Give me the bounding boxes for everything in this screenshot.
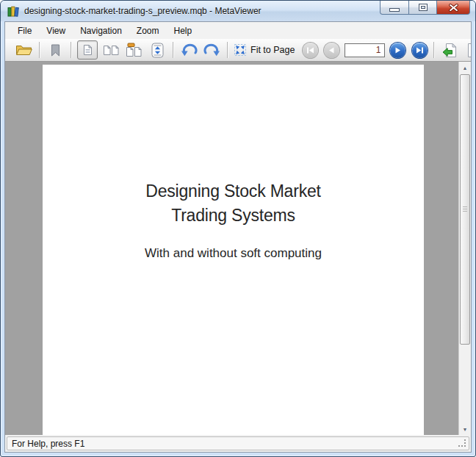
next-page-button[interactable] xyxy=(390,43,405,58)
window-title: designing-stock-market-trading-s_preview… xyxy=(24,6,262,16)
back-arrow-page-icon xyxy=(442,43,458,58)
titlebar[interactable]: designing-stock-market-trading-s_preview… xyxy=(1,1,475,21)
rotate-right-button[interactable] xyxy=(202,40,221,60)
next-page-icon xyxy=(394,47,401,54)
last-page-button[interactable] xyxy=(412,43,428,58)
maximize-icon xyxy=(419,4,427,10)
status-text: For Help, press F1 xyxy=(12,439,84,449)
close-icon xyxy=(449,4,458,12)
fit-to-page-icon xyxy=(234,43,247,57)
first-page-icon xyxy=(306,47,314,54)
document-subtitle: With and without soft computing xyxy=(43,246,424,261)
scrollbar-thumb[interactable] xyxy=(460,74,470,345)
vertical-scrollbar[interactable]: ▲ ▼ xyxy=(458,62,471,435)
close-button[interactable] xyxy=(436,1,470,15)
page-number-input[interactable] xyxy=(345,43,385,57)
scroll-up-icon: ▲ xyxy=(463,65,468,71)
document-viewport[interactable]: Designing Stock Market Trading Systems W… xyxy=(5,62,471,435)
menubar: File View Navigation Zoom Help xyxy=(5,22,471,39)
maximize-button[interactable] xyxy=(408,1,437,15)
go-back-button[interactable] xyxy=(440,40,459,60)
toolbar-separator xyxy=(39,42,40,58)
bookmark-button[interactable] xyxy=(46,40,65,60)
facing-pages-icon xyxy=(103,45,119,56)
rotate-left-icon xyxy=(181,43,198,57)
open-file-button[interactable] xyxy=(14,40,33,60)
menu-file[interactable]: File xyxy=(10,22,39,39)
book-view-button[interactable] xyxy=(124,40,143,60)
app-books-icon xyxy=(7,5,20,18)
book-view-icon xyxy=(126,43,142,57)
open-folder-icon xyxy=(15,44,32,57)
forward-arrow-page-icon xyxy=(466,43,472,58)
document-title-line2: Trading Systems xyxy=(43,204,424,228)
toolbar-separator xyxy=(433,42,434,58)
rotate-left-button[interactable] xyxy=(179,40,198,60)
window-controls xyxy=(381,1,470,15)
minimize-button[interactable] xyxy=(380,1,409,15)
scroll-up-button[interactable]: ▲ xyxy=(459,62,471,73)
scroll-down-icon: ▼ xyxy=(463,427,468,432)
menu-help[interactable]: Help xyxy=(167,22,200,39)
document-page: Designing Stock Market Trading Systems W… xyxy=(43,65,424,435)
single-page-view-button[interactable] xyxy=(77,40,98,60)
facing-pages-view-button[interactable] xyxy=(101,40,120,60)
toolbar-separator xyxy=(173,42,173,58)
first-page-button[interactable] xyxy=(303,43,318,58)
last-page-icon xyxy=(416,47,424,54)
go-forward-button[interactable] xyxy=(464,40,472,60)
metaviewer-window: designing-stock-market-trading-s_preview… xyxy=(0,0,476,457)
continuous-view-button[interactable] xyxy=(148,40,167,60)
bookmark-icon xyxy=(51,44,60,57)
menu-view[interactable]: View xyxy=(39,22,73,39)
fit-to-page-control[interactable]: Fit to Page xyxy=(234,43,295,57)
document-title: Designing Stock Market Trading Systems xyxy=(43,179,424,228)
single-page-icon xyxy=(83,44,93,56)
toolbar-separator xyxy=(71,42,71,58)
scroll-down-button[interactable]: ▼ xyxy=(459,423,471,435)
resize-grip-icon[interactable] xyxy=(458,439,467,448)
window-body: File View Navigation Zoom Help xyxy=(4,21,472,453)
document-title-line1: Designing Stock Market xyxy=(43,179,424,204)
toolbar-separator xyxy=(227,42,228,58)
rotate-right-icon xyxy=(203,43,220,57)
previous-page-icon xyxy=(328,47,335,54)
menu-navigation[interactable]: Navigation xyxy=(73,22,129,39)
toolbar: Fit to Page xyxy=(5,39,471,62)
menu-zoom[interactable]: Zoom xyxy=(129,22,167,39)
fit-to-page-label: Fit to Page xyxy=(250,45,295,55)
continuous-scroll-icon xyxy=(151,43,164,58)
minimize-icon xyxy=(390,9,399,11)
statusbar: For Help, press F1 xyxy=(5,435,471,452)
status-panel: For Help, press F1 xyxy=(7,436,469,450)
previous-page-button[interactable] xyxy=(324,43,339,58)
